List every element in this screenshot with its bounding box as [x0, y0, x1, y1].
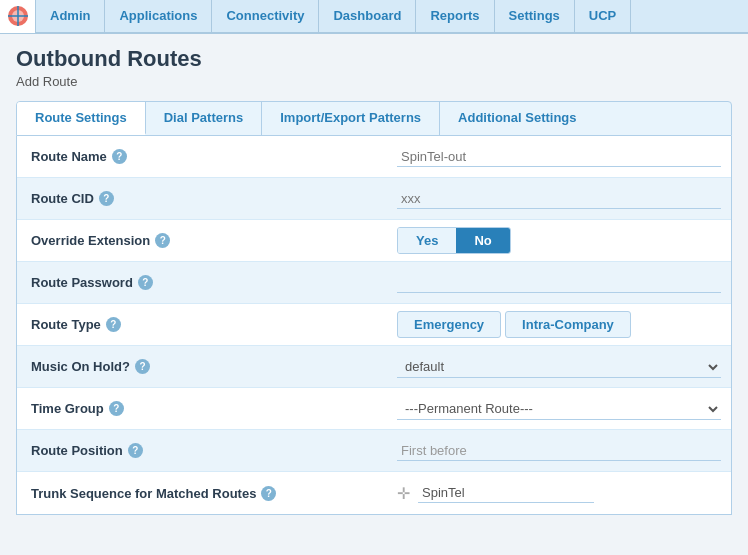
trunk-sequence-help-icon[interactable]: ? [261, 486, 276, 501]
nav-tab-applications[interactable]: Applications [105, 0, 212, 33]
top-navigation: Admin Applications Connectivity Dashboar… [0, 0, 748, 34]
trunk-name-input[interactable] [418, 483, 594, 503]
route-password-label: Route Password ? [17, 262, 387, 303]
route-cid-control [387, 178, 731, 219]
route-password-help-icon[interactable]: ? [138, 275, 153, 290]
route-type-emergency[interactable]: Emergency [397, 311, 501, 338]
form-row-override-extension: Override Extension ? Yes No [17, 220, 731, 262]
tab-bar: Route Settings Dial Patterns Import/Expo… [16, 101, 732, 136]
route-position-help-icon[interactable]: ? [128, 443, 143, 458]
route-name-help-icon[interactable]: ? [112, 149, 127, 164]
route-cid-help-icon[interactable]: ? [99, 191, 114, 206]
time-group-help-icon[interactable]: ? [109, 401, 124, 416]
route-type-intra-company[interactable]: Intra-Company [505, 311, 631, 338]
form-row-route-type: Route Type ? Emergency Intra-Company [17, 304, 731, 346]
route-type-label: Route Type ? [17, 304, 387, 345]
form-row-music-on-hold: Music On Hold? ? default [17, 346, 731, 388]
tab-additional-settings[interactable]: Additional Settings [440, 102, 594, 135]
route-position-input[interactable] [397, 441, 721, 461]
route-type-control: Emergency Intra-Company [387, 304, 731, 345]
time-group-select[interactable]: ---Permanent Route--- [397, 398, 721, 420]
override-extension-toggle: Yes No [397, 227, 511, 254]
nav-tab-settings[interactable]: Settings [495, 0, 575, 33]
route-password-control [387, 262, 731, 303]
route-password-input[interactable] [397, 273, 721, 293]
route-name-control [387, 136, 731, 177]
nav-tab-admin[interactable]: Admin [36, 0, 105, 33]
page-title: Outbound Routes [16, 46, 732, 72]
page-content: Outbound Routes Add Route Route Settings… [0, 34, 748, 527]
form-row-route-name: Route Name ? [17, 136, 731, 178]
trunk-sequence-label: Trunk Sequence for Matched Routes ? [17, 472, 387, 514]
trunk-sequence-control: ✛ [387, 472, 731, 514]
route-name-label: Route Name ? [17, 136, 387, 177]
form-row-time-group: Time Group ? ---Permanent Route--- [17, 388, 731, 430]
form-area: Route Name ? Route CID ? Override Extens… [16, 136, 732, 515]
route-cid-input[interactable] [397, 189, 721, 209]
nav-tab-reports[interactable]: Reports [416, 0, 494, 33]
trunk-move-handle[interactable]: ✛ [397, 484, 410, 503]
nav-tab-dashboard[interactable]: Dashboard [319, 0, 416, 33]
time-group-label: Time Group ? [17, 388, 387, 429]
app-logo [0, 0, 36, 33]
override-extension-no[interactable]: No [456, 228, 509, 253]
form-row-route-cid: Route CID ? [17, 178, 731, 220]
tab-route-settings[interactable]: Route Settings [17, 102, 146, 135]
route-type-help-icon[interactable]: ? [106, 317, 121, 332]
route-type-buttons: Emergency Intra-Company [397, 311, 631, 338]
route-position-control [387, 430, 731, 471]
form-row-route-password: Route Password ? [17, 262, 731, 304]
music-on-hold-label: Music On Hold? ? [17, 346, 387, 387]
override-extension-label: Override Extension ? [17, 220, 387, 261]
form-row-route-position: Route Position ? [17, 430, 731, 472]
route-cid-label: Route CID ? [17, 178, 387, 219]
override-extension-help-icon[interactable]: ? [155, 233, 170, 248]
time-group-control: ---Permanent Route--- [387, 388, 731, 429]
form-row-trunk-sequence: Trunk Sequence for Matched Routes ? ✛ [17, 472, 731, 514]
route-name-input[interactable] [397, 147, 721, 167]
trunk-row: ✛ [397, 483, 594, 503]
override-extension-control: Yes No [387, 220, 731, 261]
tab-import-export[interactable]: Import/Export Patterns [262, 102, 440, 135]
music-on-hold-select[interactable]: default [397, 356, 721, 378]
music-on-hold-control: default [387, 346, 731, 387]
nav-tab-ucp[interactable]: UCP [575, 0, 631, 33]
nav-tab-connectivity[interactable]: Connectivity [212, 0, 319, 33]
music-on-hold-help-icon[interactable]: ? [135, 359, 150, 374]
page-subtitle: Add Route [16, 74, 732, 89]
route-position-label: Route Position ? [17, 430, 387, 471]
tab-dial-patterns[interactable]: Dial Patterns [146, 102, 262, 135]
override-extension-yes[interactable]: Yes [398, 228, 456, 253]
